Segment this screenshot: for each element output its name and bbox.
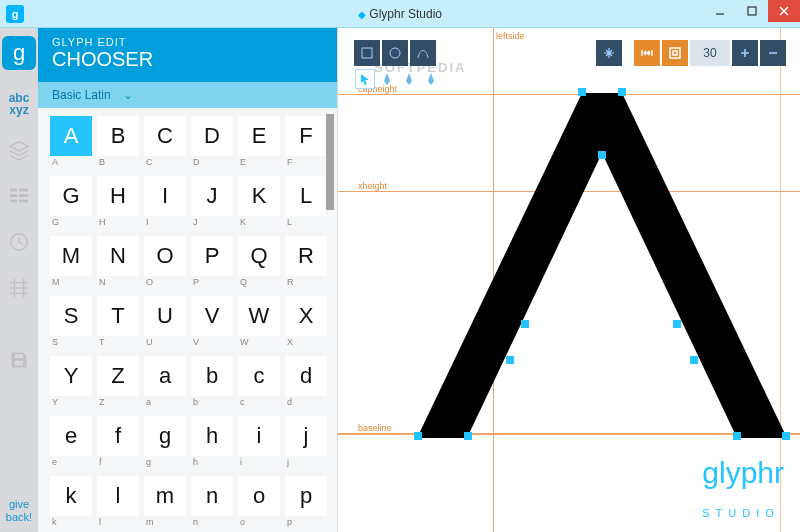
glyph-tile[interactable]: K xyxy=(238,176,280,216)
glyph-cell-G[interactable]: GG xyxy=(50,176,92,234)
glyph-tile[interactable]: a xyxy=(144,356,186,396)
glyph-tile[interactable]: p xyxy=(285,476,327,516)
glyph-tile[interactable]: Z xyxy=(97,356,139,396)
point-handle[interactable] xyxy=(673,320,681,328)
point-handle[interactable] xyxy=(506,356,514,364)
glyph-cell-S[interactable]: SS xyxy=(50,296,92,354)
glyph-tile[interactable]: A xyxy=(50,116,92,156)
scrollbar[interactable] xyxy=(326,108,334,532)
point-handle[interactable] xyxy=(578,88,586,96)
glyph-cell-T[interactable]: TT xyxy=(97,296,139,354)
glyph-cell-U[interactable]: UU xyxy=(144,296,186,354)
glyph-cell-E[interactable]: EE xyxy=(238,116,280,174)
glyph-cell-d[interactable]: dd xyxy=(285,356,327,414)
scrollbar-thumb[interactable] xyxy=(326,114,334,210)
glyph-cell-R[interactable]: RR xyxy=(285,236,327,294)
glyph-tile[interactable]: D xyxy=(191,116,233,156)
glyph-tile[interactable]: B xyxy=(97,116,139,156)
glyph-cell-Z[interactable]: ZZ xyxy=(97,356,139,414)
glyph-tile[interactable]: U xyxy=(144,296,186,336)
glyph-cell-F[interactable]: FF xyxy=(285,116,327,174)
glyph-tile[interactable]: S xyxy=(50,296,92,336)
glyph-tile[interactable]: W xyxy=(238,296,280,336)
glyph-shape[interactable] xyxy=(417,93,787,443)
glyph-cell-B[interactable]: BB xyxy=(97,116,139,174)
attributes-icon[interactable] xyxy=(7,184,31,208)
glyph-tile[interactable]: c xyxy=(238,356,280,396)
logo-icon[interactable]: g xyxy=(2,36,36,70)
minimize-button[interactable] xyxy=(704,0,736,22)
glyph-tile[interactable]: g xyxy=(144,416,186,456)
glyph-tile[interactable]: R xyxy=(285,236,327,276)
glyph-cell-g[interactable]: gg xyxy=(144,416,186,474)
glyph-cell-P[interactable]: PP xyxy=(191,236,233,294)
layers-icon[interactable] xyxy=(7,138,31,162)
pen-tool[interactable] xyxy=(377,69,397,89)
glyph-tile[interactable]: j xyxy=(285,416,327,456)
glyph-cell-K[interactable]: KK xyxy=(238,176,280,234)
glyph-tile[interactable]: n xyxy=(191,476,233,516)
glyph-cell-l[interactable]: ll xyxy=(97,476,139,532)
arrow-tool[interactable] xyxy=(355,69,375,89)
path-tool[interactable] xyxy=(410,40,436,66)
glyph-cell-V[interactable]: VV xyxy=(191,296,233,354)
glyph-cell-j[interactable]: jj xyxy=(285,416,327,474)
save-icon[interactable] xyxy=(7,348,31,372)
glyph-cell-Y[interactable]: YY xyxy=(50,356,92,414)
glyph-cell-b[interactable]: bb xyxy=(191,356,233,414)
pan-tool[interactable] xyxy=(596,40,622,66)
glyph-tile[interactable]: e xyxy=(50,416,92,456)
glyph-tile[interactable]: V xyxy=(191,296,233,336)
glyph-tile[interactable]: P xyxy=(191,236,233,276)
edit-canvas[interactable]: SOFTPEDIA leftside capheight xheight bas… xyxy=(338,28,800,532)
oval-tool[interactable] xyxy=(382,40,408,66)
glyph-cell-Q[interactable]: QQ xyxy=(238,236,280,294)
glyph-tile[interactable]: d xyxy=(285,356,327,396)
glyph-cell-m[interactable]: mm xyxy=(144,476,186,532)
point-handle[interactable] xyxy=(733,432,741,440)
guides-icon[interactable] xyxy=(7,276,31,300)
glyph-cell-n[interactable]: nn xyxy=(191,476,233,532)
glyph-tile[interactable]: M xyxy=(50,236,92,276)
glyph-tile[interactable]: T xyxy=(97,296,139,336)
glyph-tile[interactable]: O xyxy=(144,236,186,276)
glyph-tile[interactable]: l xyxy=(97,476,139,516)
glyph-tile[interactable]: H xyxy=(97,176,139,216)
glyph-cell-W[interactable]: WW xyxy=(238,296,280,354)
glyph-cell-o[interactable]: oo xyxy=(238,476,280,532)
glyph-cell-h[interactable]: hh xyxy=(191,416,233,474)
pen-add-tool[interactable] xyxy=(399,69,419,89)
glyph-cell-e[interactable]: ee xyxy=(50,416,92,474)
glyph-cell-C[interactable]: CC xyxy=(144,116,186,174)
point-handle[interactable] xyxy=(598,151,606,159)
fit-width-button[interactable] xyxy=(634,40,660,66)
glyph-cell-c[interactable]: cc xyxy=(238,356,280,414)
glyph-tile[interactable]: i xyxy=(238,416,280,456)
glyph-tile[interactable]: h xyxy=(191,416,233,456)
glyph-tile[interactable]: Q xyxy=(238,236,280,276)
glyph-tile[interactable]: I xyxy=(144,176,186,216)
glyph-tile[interactable]: f xyxy=(97,416,139,456)
pen-remove-tool[interactable] xyxy=(421,69,441,89)
glyph-tile[interactable]: Y xyxy=(50,356,92,396)
glyph-cell-J[interactable]: JJ xyxy=(191,176,233,234)
maximize-button[interactable] xyxy=(736,0,768,22)
glyph-cell-X[interactable]: XX xyxy=(285,296,327,354)
close-button[interactable] xyxy=(768,0,800,22)
rect-tool[interactable] xyxy=(354,40,380,66)
glyph-tile[interactable]: m xyxy=(144,476,186,516)
zoom-value[interactable]: 30 xyxy=(690,40,730,66)
glyph-chooser-icon[interactable]: abcxyz xyxy=(9,92,30,116)
glyph-cell-a[interactable]: aa xyxy=(144,356,186,414)
give-back-link[interactable]: giveback! xyxy=(6,498,32,524)
glyph-tile[interactable]: k xyxy=(50,476,92,516)
glyph-tile[interactable]: C xyxy=(144,116,186,156)
glyph-cell-D[interactable]: DD xyxy=(191,116,233,174)
glyph-cell-k[interactable]: kk xyxy=(50,476,92,532)
glyph-tile[interactable]: X xyxy=(285,296,327,336)
history-icon[interactable] xyxy=(7,230,31,254)
zoom-out-button[interactable] xyxy=(760,40,786,66)
point-handle[interactable] xyxy=(618,88,626,96)
zoom-in-button[interactable] xyxy=(732,40,758,66)
point-handle[interactable] xyxy=(782,432,790,440)
